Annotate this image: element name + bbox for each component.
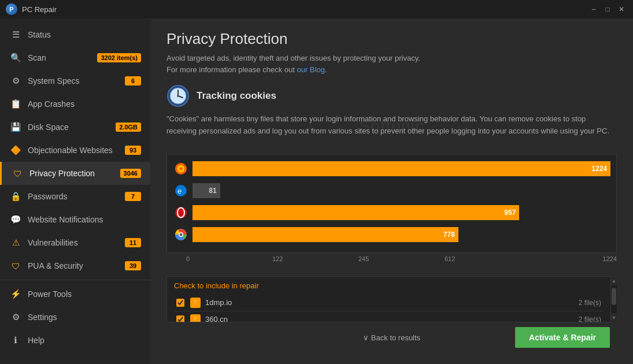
opera-bar-wrapper: 957 bbox=[193, 205, 610, 220]
sidebar-label-system-specs: System Specs bbox=[28, 76, 125, 86]
minimize-button[interactable]: – bbox=[588, 3, 599, 15]
main-content: Privacy Protection Avoid targeted ads, i… bbox=[150, 18, 633, 364]
svg-point-4 bbox=[177, 95, 179, 97]
repair-shield-1dmp: ! bbox=[190, 298, 201, 308]
scrollbar-thumb[interactable] bbox=[612, 288, 616, 305]
page-description: Avoid targeted ads, identity theft and o… bbox=[166, 53, 617, 75]
pua-security-badge: 39 bbox=[125, 261, 141, 270]
repair-item-360cn: ! 360.cn 2 file(s) bbox=[174, 311, 604, 322]
sidebar-label-status: Status bbox=[28, 30, 141, 39]
edge-icon: e bbox=[173, 183, 189, 199]
status-icon: ☰ bbox=[9, 28, 22, 41]
sidebar-item-status[interactable]: ☰ Status bbox=[0, 23, 150, 46]
passwords-badge: 7 bbox=[125, 192, 141, 201]
disk-space-icon: 💾 bbox=[9, 121, 22, 133]
section-description-container: Softonic "Cookies" are harmless tiny fil… bbox=[166, 113, 617, 138]
sidebar-label-app-crashes: App Crashes bbox=[28, 99, 141, 109]
section-title: Tracking cookies bbox=[197, 90, 276, 102]
svg-point-7 bbox=[179, 167, 183, 170]
section-header: Tracking cookies bbox=[166, 84, 617, 107]
sidebar-label-privacy-protection: Privacy Protection bbox=[29, 169, 120, 178]
bottom-bar: ∨ Back to results Activate & Repair bbox=[166, 322, 617, 352]
repair-checkbox-360cn[interactable] bbox=[176, 315, 184, 322]
sidebar-item-disk-space[interactable]: 💾 Disk Space 2.0GB bbox=[0, 116, 150, 139]
settings-icon: ⚙ bbox=[9, 311, 22, 324]
scan-icon: 🔍 bbox=[9, 51, 22, 64]
app-body: ☰ Status 🔍 Scan 3202 item(s) ⚙ System Sp… bbox=[0, 18, 633, 364]
svg-text:e: e bbox=[177, 187, 182, 195]
sidebar-label-pua-security: PUA & Security bbox=[28, 261, 125, 270]
sidebar-item-power-tools[interactable]: ⚡ Power Tools bbox=[0, 283, 150, 306]
system-specs-badge: 6 bbox=[125, 76, 141, 86]
repair-name-360cn: 360.cn bbox=[205, 315, 579, 322]
sidebar-item-system-specs[interactable]: ⚙ System Specs 6 bbox=[0, 69, 150, 92]
disk-space-badge: 2.0GB bbox=[116, 122, 141, 132]
sidebar-label-website-notifications: Website Notifications bbox=[28, 215, 141, 224]
title-bar: P PC Repair – □ ✕ bbox=[0, 0, 633, 18]
passwords-icon: 🔒 bbox=[9, 190, 22, 203]
chart-grid: 1224 e 81 bbox=[166, 154, 617, 253]
chart-area: 1224 e 81 bbox=[166, 147, 617, 269]
activate-repair-button[interactable]: Activate & Repair bbox=[515, 327, 610, 348]
scan-badge: 3202 item(s) bbox=[97, 53, 141, 62]
window-controls: – □ ✕ bbox=[588, 3, 627, 15]
chart-row-firefox: 1224 bbox=[173, 160, 610, 177]
system-specs-icon: ⚙ bbox=[9, 75, 22, 87]
firefox-bar: 1224 bbox=[193, 161, 610, 176]
sidebar-item-passwords[interactable]: 🔒 Passwords 7 bbox=[0, 185, 150, 208]
help-icon: ℹ bbox=[9, 334, 22, 347]
repair-header-text: Check to include in bbox=[174, 281, 238, 290]
description-text2: For more information please check out bbox=[166, 65, 295, 74]
sidebar-label-objectionable-websites: Objectionable Websites bbox=[28, 146, 125, 155]
sidebar-item-objectionable-websites[interactable]: 🔶 Objectionable Websites 93 bbox=[0, 139, 150, 162]
x-label-245: 245 bbox=[358, 255, 445, 262]
app-title: PC Repair bbox=[22, 5, 57, 14]
chart-x-axis: 0 122 245 612 1224 bbox=[166, 255, 617, 262]
objectionable-websites-badge: 93 bbox=[125, 146, 141, 155]
firefox-bar-wrapper: 1224 bbox=[193, 161, 610, 176]
repair-checkbox-1dmp[interactable] bbox=[176, 299, 184, 307]
title-bar-left: P PC Repair bbox=[6, 3, 57, 15]
sidebar-item-pua-security[interactable]: 🛡 PUA & Security 39 bbox=[0, 254, 150, 277]
x-label-1224: 1224 bbox=[531, 255, 617, 262]
app-icon: P bbox=[6, 3, 17, 15]
sidebar-item-website-notifications[interactable]: 💬 Website Notifications bbox=[0, 208, 150, 231]
app-crashes-icon: 📋 bbox=[9, 98, 22, 110]
sidebar-item-vulnerabilities[interactable]: ⚠ Vulnerabilities 11 bbox=[0, 231, 150, 254]
opera-bar: 957 bbox=[193, 205, 519, 220]
sidebar-label-vulnerabilities: Vulnerabilities bbox=[28, 238, 125, 247]
section-icon-clock bbox=[166, 84, 190, 107]
back-to-results-label: Back to results bbox=[371, 333, 420, 342]
chrome-icon bbox=[173, 226, 189, 243]
close-button[interactable]: ✕ bbox=[616, 3, 627, 15]
chart-row-chrome: 778 bbox=[173, 226, 610, 243]
firefox-icon bbox=[173, 161, 189, 177]
sidebar-item-scan[interactable]: 🔍 Scan 3202 item(s) bbox=[0, 46, 150, 69]
website-notifications-icon: 💬 bbox=[9, 213, 22, 226]
right-scrollbar: ▲ ▼ bbox=[611, 276, 617, 322]
repair-files-360cn: 2 file(s) bbox=[579, 315, 601, 322]
repair-header: Check to include in repair bbox=[174, 281, 604, 290]
maximize-button[interactable]: □ bbox=[602, 3, 613, 15]
opera-icon bbox=[173, 205, 189, 221]
sidebar-item-app-crashes[interactable]: 📋 App Crashes bbox=[0, 92, 150, 116]
edge-bar: 81 bbox=[193, 183, 220, 198]
pua-security-icon: 🛡 bbox=[9, 259, 22, 272]
sidebar-item-help[interactable]: ℹ Help bbox=[0, 329, 150, 352]
chevron-down-icon: ∨ bbox=[363, 333, 369, 342]
sidebar-item-settings[interactable]: ⚙ Settings bbox=[0, 306, 150, 329]
sidebar-label-scan: Scan bbox=[28, 53, 97, 62]
section-description-text: "Cookies" are harmless tiny files that s… bbox=[166, 114, 609, 135]
scroll-up-arrow[interactable]: ▲ bbox=[611, 276, 617, 285]
scroll-down-arrow[interactable]: ▼ bbox=[611, 313, 617, 322]
sidebar-label-settings: Settings bbox=[28, 313, 141, 322]
blog-link[interactable]: our Blog bbox=[297, 65, 324, 74]
back-to-results-button[interactable]: ∨ Back to results bbox=[363, 333, 420, 342]
privacy-protection-icon: 🛡 bbox=[11, 167, 24, 180]
sidebar-label-disk-space: Disk Space bbox=[28, 122, 116, 132]
privacy-protection-badge: 3046 bbox=[120, 169, 141, 178]
repair-name-1dmp: 1dmp.io bbox=[205, 298, 579, 307]
sidebar-item-privacy-protection[interactable]: 🛡 Privacy Protection 3046 bbox=[0, 162, 150, 185]
chart-row-edge: e 81 bbox=[173, 182, 610, 199]
repair-list: ! 1dmp.io 2 file(s) ! 360.cn 2 file(s) bbox=[174, 295, 604, 322]
